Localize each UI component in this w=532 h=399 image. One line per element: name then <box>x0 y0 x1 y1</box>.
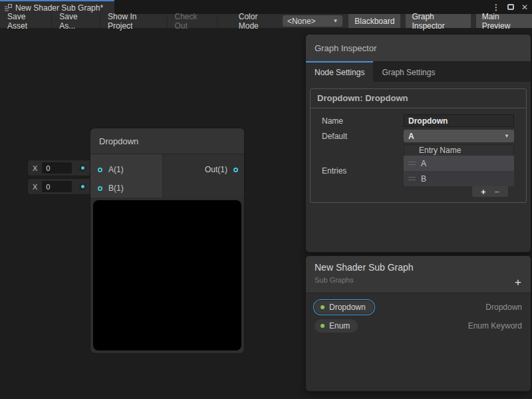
remove-entry-button[interactable]: − <box>494 187 499 197</box>
property-dot-icon <box>321 305 325 309</box>
save-as-button[interactable]: Save As... <box>52 14 100 28</box>
entry-row-b[interactable]: B <box>404 171 514 186</box>
save-asset-button[interactable]: Save Asset <box>0 14 52 28</box>
blackboard-header[interactable]: New Shader Sub Graph Sub Graphs + <box>306 256 531 293</box>
color-mode-value: <None> <box>287 17 316 26</box>
name-field[interactable]: Dropdown <box>404 114 514 127</box>
blackboard-row-dropdown: Dropdown Dropdown <box>306 298 531 317</box>
entries-list-footer: + − <box>472 186 508 197</box>
document-tab-title: New Shader Sub Graph* <box>15 3 103 13</box>
graph-inspector-toggle-button[interactable]: Graph Inspector <box>406 14 470 28</box>
entry-a-name: A <box>421 159 426 168</box>
chevron-down-icon: ▼ <box>332 18 338 24</box>
input-a-axis-label: X <box>33 164 37 172</box>
tab-node-settings[interactable]: Node Settings <box>306 61 373 82</box>
enum-type-label: Enum Keyword <box>468 321 522 331</box>
node-input-ports: A(1) B(1) <box>90 154 163 198</box>
entries-table-header: Entry Name <box>404 144 514 156</box>
drag-handle-icon[interactable] <box>408 162 416 165</box>
node-output-ports: Out(1) <box>163 154 244 198</box>
blackboard-item-list: Dropdown Dropdown Enum Enum Keyword <box>306 293 531 335</box>
check-out-button: Check Out <box>168 14 217 28</box>
color-mode-dropdown[interactable]: <None> ▼ <box>283 15 342 27</box>
enum-property-pill[interactable]: Enum <box>315 319 358 332</box>
port-a-icon[interactable] <box>98 168 102 172</box>
window-menu-icon[interactable]: ⋮ <box>492 3 500 11</box>
input-b-axis-label: X <box>33 183 37 191</box>
add-subgraph-button[interactable]: + <box>515 277 521 288</box>
node-body: A(1) B(1) Out(1) <box>90 154 244 198</box>
show-in-project-button[interactable]: Show In Project <box>100 14 167 28</box>
input-a-default-widget: X 0 <box>28 160 90 176</box>
blackboard-row-enum: Enum Enum Keyword <box>306 317 531 335</box>
node-settings-section: Dropdown: Dropdown Name Dropdown Default… <box>310 88 527 203</box>
input-a-connector-dot[interactable] <box>79 165 86 172</box>
default-dropdown-value: A <box>408 132 414 141</box>
blackboard-panel: New Shader Sub Graph Sub Graphs + Dropdo… <box>306 256 531 391</box>
property-dot-icon <box>321 324 325 328</box>
tab-graph-settings[interactable]: Graph Settings <box>373 61 444 82</box>
dropdown-pill-label: Dropdown <box>329 303 366 312</box>
node-title-label: Dropdown <box>99 136 138 146</box>
dropdown-node[interactable]: Dropdown A(1) B(1) Out(1) <box>90 128 244 353</box>
port-row-b: B(1) <box>90 179 162 198</box>
name-label: Name <box>315 116 404 126</box>
input-a-value-field[interactable]: 0 <box>42 162 72 174</box>
add-entry-button[interactable]: + <box>481 187 486 197</box>
input-b-connector-dot[interactable] <box>79 184 86 190</box>
port-row-a: A(1) <box>90 160 162 179</box>
graph-inspector-header[interactable]: Graph Inspector <box>306 35 531 61</box>
default-label: Default <box>315 132 404 141</box>
main-preview-toggle-button[interactable]: Main Preview <box>476 14 532 28</box>
enum-pill-label: Enum <box>329 321 350 331</box>
port-b-label: B(1) <box>108 184 124 193</box>
section-title: Dropdown: Dropdown <box>311 89 526 108</box>
port-out-label: Out(1) <box>205 165 227 174</box>
default-dropdown[interactable]: A ▼ <box>404 130 514 142</box>
chevron-down-icon: ▼ <box>504 133 509 139</box>
entry-row-a[interactable]: A <box>404 156 514 171</box>
inspector-tab-bar: Node Settings Graph Settings <box>306 61 531 82</box>
color-mode-label: Color Mode <box>239 14 277 28</box>
port-out-icon[interactable] <box>233 168 238 172</box>
blackboard-toggle-button[interactable]: Blackboard <box>348 14 400 28</box>
blackboard-subtitle: Sub Graphs <box>315 276 522 284</box>
default-property-row: Default A ▼ <box>311 130 526 142</box>
graph-inspector-panel: Graph Inspector Node Settings Graph Sett… <box>306 35 531 252</box>
port-row-out: Out(1) <box>163 160 244 179</box>
input-b-default-widget: X 0 <box>28 179 90 194</box>
node-title-bar[interactable]: Dropdown <box>90 128 244 154</box>
maximize-icon[interactable] <box>507 4 514 10</box>
port-b-icon[interactable] <box>98 186 102 191</box>
graph-inspector-title: Graph Inspector <box>315 43 376 53</box>
input-b-value-field[interactable]: 0 <box>42 181 72 192</box>
entries-property-row: Entries Entry Name A B + − <box>311 144 526 197</box>
shader-graph-toolbar: Save Asset Save As... Show In Project Ch… <box>0 14 532 29</box>
close-icon[interactable]: ✕ <box>521 3 528 11</box>
subgraph-icon <box>4 4 12 12</box>
drag-handle-icon[interactable] <box>408 177 416 180</box>
node-preview <box>93 200 241 350</box>
entries-label: Entries <box>315 166 404 176</box>
blackboard-title: New Shader Sub Graph <box>315 262 522 273</box>
dropdown-type-label: Dropdown <box>485 303 522 312</box>
port-a-label: A(1) <box>108 165 124 174</box>
name-property-row: Name Dropdown <box>311 114 526 127</box>
entry-b-name: B <box>421 174 426 184</box>
dropdown-property-pill[interactable]: Dropdown <box>315 301 374 314</box>
